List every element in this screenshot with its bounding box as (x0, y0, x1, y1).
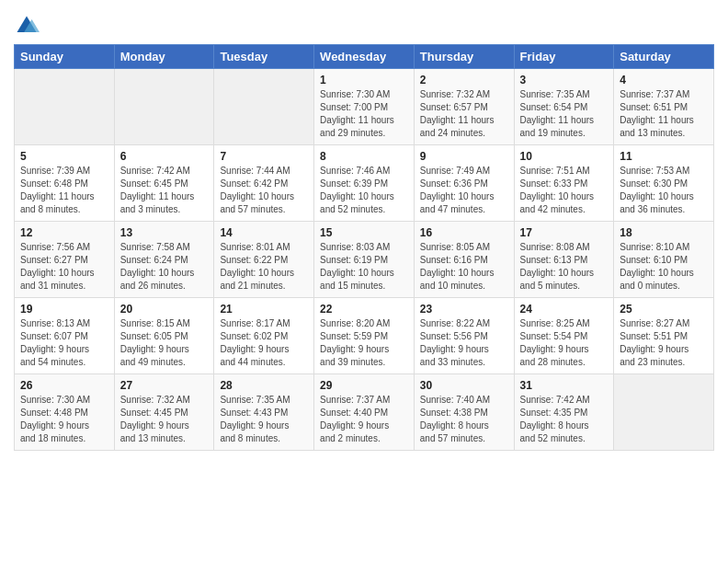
day-info: Sunrise: 7:58 AM Sunset: 6:24 PM Dayligh… (120, 241, 209, 293)
calendar-cell: 5Sunrise: 7:39 AM Sunset: 6:48 PM Daylig… (15, 145, 115, 222)
day-info: Sunrise: 7:30 AM Sunset: 4:48 PM Dayligh… (20, 394, 108, 445)
day-info: Sunrise: 7:30 AM Sunset: 7:00 PM Dayligh… (320, 88, 408, 140)
day-info: Sunrise: 7:39 AM Sunset: 6:48 PM Dayligh… (20, 165, 108, 216)
day-number: 19 (20, 303, 108, 316)
calendar-cell: 8Sunrise: 7:46 AM Sunset: 6:39 PM Daylig… (314, 145, 415, 222)
calendar-cell: 1Sunrise: 7:30 AM Sunset: 7:00 PM Daylig… (314, 69, 415, 145)
day-number: 27 (120, 379, 209, 392)
day-info: Sunrise: 8:27 AM Sunset: 5:51 PM Dayligh… (620, 317, 708, 369)
calendar-cell (15, 69, 115, 145)
day-info: Sunrise: 8:15 AM Sunset: 6:05 PM Dayligh… (120, 317, 209, 369)
calendar-cell: 31Sunrise: 7:42 AM Sunset: 4:35 PM Dayli… (514, 374, 614, 451)
calendar-cell: 26Sunrise: 7:30 AM Sunset: 4:48 PM Dayli… (15, 374, 115, 451)
day-info: Sunrise: 7:32 AM Sunset: 6:57 PM Dayligh… (420, 88, 508, 140)
day-number: 17 (520, 226, 609, 239)
day-info: Sunrise: 7:37 AM Sunset: 4:40 PM Dayligh… (320, 394, 408, 445)
calendar-cell: 3Sunrise: 7:35 AM Sunset: 6:54 PM Daylig… (514, 69, 614, 145)
logo (14, 13, 43, 39)
day-number: 6 (120, 150, 209, 163)
page-container: SundayMondayTuesdayWednesdayThursdayFrid… (0, 0, 728, 465)
calendar-cell: 11Sunrise: 7:53 AM Sunset: 6:30 PM Dayli… (614, 145, 714, 222)
day-number: 12 (20, 226, 108, 239)
calendar-cell: 12Sunrise: 7:56 AM Sunset: 6:27 PM Dayli… (15, 222, 115, 298)
calendar-week-row: 26Sunrise: 7:30 AM Sunset: 4:48 PM Dayli… (15, 374, 714, 451)
day-info: Sunrise: 8:13 AM Sunset: 6:07 PM Dayligh… (20, 317, 108, 369)
day-info: Sunrise: 8:08 AM Sunset: 6:13 PM Dayligh… (520, 241, 609, 293)
day-number: 16 (420, 226, 508, 239)
weekday-header-monday: Monday (114, 45, 214, 69)
day-number: 20 (120, 303, 209, 316)
calendar-cell (614, 374, 714, 451)
day-info: Sunrise: 7:44 AM Sunset: 6:42 PM Dayligh… (220, 165, 308, 216)
calendar-cell: 15Sunrise: 8:03 AM Sunset: 6:19 PM Dayli… (314, 222, 415, 298)
day-number: 25 (620, 303, 708, 316)
calendar-cell: 27Sunrise: 7:32 AM Sunset: 4:45 PM Dayli… (114, 374, 214, 451)
day-info: Sunrise: 8:03 AM Sunset: 6:19 PM Dayligh… (320, 241, 408, 293)
weekday-header-tuesday: Tuesday (214, 45, 314, 69)
day-number: 7 (220, 150, 308, 163)
weekday-header-wednesday: Wednesday (314, 45, 415, 69)
calendar-cell: 29Sunrise: 7:37 AM Sunset: 4:40 PM Dayli… (314, 374, 415, 451)
day-number: 30 (420, 379, 508, 392)
day-number: 29 (320, 379, 408, 392)
calendar-cell: 24Sunrise: 8:25 AM Sunset: 5:54 PM Dayli… (514, 298, 614, 374)
calendar-cell: 28Sunrise: 7:35 AM Sunset: 4:43 PM Dayli… (214, 374, 314, 451)
day-number: 2 (420, 74, 508, 86)
day-info: Sunrise: 7:35 AM Sunset: 4:43 PM Dayligh… (220, 394, 308, 445)
day-number: 14 (220, 226, 308, 239)
calendar-cell (114, 69, 214, 145)
weekday-header-sunday: Sunday (15, 45, 115, 69)
weekday-header-saturday: Saturday (614, 45, 714, 69)
day-info: Sunrise: 7:42 AM Sunset: 4:35 PM Dayligh… (520, 394, 609, 445)
calendar-cell: 6Sunrise: 7:42 AM Sunset: 6:45 PM Daylig… (114, 145, 214, 222)
day-info: Sunrise: 8:22 AM Sunset: 5:56 PM Dayligh… (420, 317, 508, 369)
calendar-cell: 30Sunrise: 7:40 AM Sunset: 4:38 PM Dayli… (414, 374, 514, 451)
day-number: 10 (520, 150, 609, 163)
day-number: 22 (320, 303, 408, 316)
day-info: Sunrise: 8:05 AM Sunset: 6:16 PM Dayligh… (420, 241, 508, 293)
day-number: 28 (220, 379, 308, 392)
day-info: Sunrise: 7:35 AM Sunset: 6:54 PM Dayligh… (520, 88, 609, 140)
day-info: Sunrise: 7:37 AM Sunset: 6:51 PM Dayligh… (620, 88, 708, 140)
day-info: Sunrise: 7:32 AM Sunset: 4:45 PM Dayligh… (120, 394, 209, 445)
calendar-cell: 9Sunrise: 7:49 AM Sunset: 6:36 PM Daylig… (414, 145, 514, 222)
calendar-week-row: 19Sunrise: 8:13 AM Sunset: 6:07 PM Dayli… (15, 298, 714, 374)
day-info: Sunrise: 7:46 AM Sunset: 6:39 PM Dayligh… (320, 165, 408, 216)
calendar-table: SundayMondayTuesdayWednesdayThursdayFrid… (14, 44, 714, 451)
day-number: 23 (420, 303, 508, 316)
weekday-header-friday: Friday (514, 45, 614, 69)
calendar-cell: 21Sunrise: 8:17 AM Sunset: 6:02 PM Dayli… (214, 298, 314, 374)
calendar-cell: 2Sunrise: 7:32 AM Sunset: 6:57 PM Daylig… (414, 69, 514, 145)
day-info: Sunrise: 8:01 AM Sunset: 6:22 PM Dayligh… (220, 241, 308, 293)
calendar-week-row: 1Sunrise: 7:30 AM Sunset: 7:00 PM Daylig… (15, 69, 714, 145)
day-number: 11 (620, 150, 708, 163)
day-info: Sunrise: 8:20 AM Sunset: 5:59 PM Dayligh… (320, 317, 408, 369)
calendar-cell: 18Sunrise: 8:10 AM Sunset: 6:10 PM Dayli… (614, 222, 714, 298)
calendar-cell: 16Sunrise: 8:05 AM Sunset: 6:16 PM Dayli… (414, 222, 514, 298)
page-header (14, 9, 714, 39)
day-info: Sunrise: 7:51 AM Sunset: 6:33 PM Dayligh… (520, 165, 609, 216)
day-info: Sunrise: 7:40 AM Sunset: 4:38 PM Dayligh… (420, 394, 508, 445)
day-number: 9 (420, 150, 508, 163)
day-info: Sunrise: 7:53 AM Sunset: 6:30 PM Dayligh… (620, 165, 708, 216)
calendar-cell (214, 69, 314, 145)
calendar-cell: 25Sunrise: 8:27 AM Sunset: 5:51 PM Dayli… (614, 298, 714, 374)
day-info: Sunrise: 7:56 AM Sunset: 6:27 PM Dayligh… (20, 241, 108, 293)
day-info: Sunrise: 7:49 AM Sunset: 6:36 PM Dayligh… (420, 165, 508, 216)
day-number: 5 (20, 150, 108, 163)
calendar-cell: 14Sunrise: 8:01 AM Sunset: 6:22 PM Dayli… (214, 222, 314, 298)
day-number: 8 (320, 150, 408, 163)
day-number: 13 (120, 226, 209, 239)
day-info: Sunrise: 8:25 AM Sunset: 5:54 PM Dayligh… (520, 317, 609, 369)
calendar-cell: 4Sunrise: 7:37 AM Sunset: 6:51 PM Daylig… (614, 69, 714, 145)
day-number: 31 (520, 379, 609, 392)
calendar-cell: 20Sunrise: 8:15 AM Sunset: 6:05 PM Dayli… (114, 298, 214, 374)
calendar-cell: 7Sunrise: 7:44 AM Sunset: 6:42 PM Daylig… (214, 145, 314, 222)
calendar-cell: 13Sunrise: 7:58 AM Sunset: 6:24 PM Dayli… (114, 222, 214, 298)
day-info: Sunrise: 7:42 AM Sunset: 6:45 PM Dayligh… (120, 165, 209, 216)
calendar-cell: 10Sunrise: 7:51 AM Sunset: 6:33 PM Dayli… (514, 145, 614, 222)
day-number: 24 (520, 303, 609, 316)
day-number: 21 (220, 303, 308, 316)
logo-icon (14, 13, 40, 39)
calendar-week-row: 5Sunrise: 7:39 AM Sunset: 6:48 PM Daylig… (15, 145, 714, 222)
